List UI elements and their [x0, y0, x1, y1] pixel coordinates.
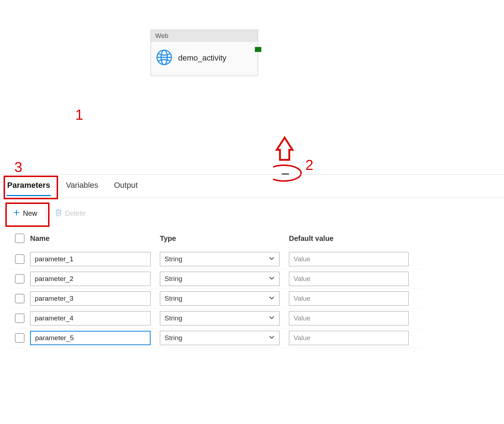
tab-parameters[interactable]: Parameters	[6, 178, 51, 196]
tab-output[interactable]: Output	[113, 178, 138, 196]
parameter-name-input[interactable]: parameter_2	[30, 272, 151, 286]
svg-rect-6	[56, 210, 61, 216]
table-row: parameter_1StringValue	[9, 249, 422, 269]
parameter-default-input[interactable]: Value	[289, 311, 409, 325]
activity-name: demo_activity	[178, 53, 227, 63]
activity-card-web[interactable]: Web demo_activity	[151, 30, 258, 76]
delete-button[interactable]: Delete	[53, 207, 88, 220]
table-row: parameter_5StringValue	[9, 328, 422, 348]
chevron-down-icon	[268, 295, 275, 303]
collapse-bar-icon	[282, 173, 289, 175]
tab-output-label: Output	[114, 181, 138, 190]
panel-tabs: Parameters Variables Output	[6, 178, 138, 196]
col-header-default: Default value	[289, 234, 418, 243]
new-button-label: New	[23, 209, 37, 218]
parameter-type-select[interactable]: String	[160, 331, 280, 345]
col-header-name: Name	[30, 234, 160, 243]
tabs-bottom-divider	[0, 197, 504, 197]
col-header-type: Type	[160, 234, 289, 243]
row-checkbox[interactable]	[15, 333, 24, 343]
trash-icon	[55, 209, 62, 218]
globe-icon	[156, 49, 172, 67]
parameter-name-input[interactable]: parameter_1	[30, 252, 151, 266]
tab-parameters-label: Parameters	[7, 181, 50, 190]
parameter-type-value: String	[165, 334, 182, 342]
parameters-table: Name Type Default value parameter_1Strin…	[9, 234, 422, 348]
activity-type-label: Web	[151, 30, 258, 42]
row-checkbox[interactable]	[15, 274, 24, 284]
row-checkbox[interactable]	[15, 254, 24, 264]
parameter-default-input[interactable]: Value	[289, 272, 409, 286]
annotation-arrow-2	[273, 136, 309, 179]
new-button[interactable]: New	[11, 208, 39, 219]
table-row: parameter_3StringValue	[9, 289, 422, 309]
parameter-type-select[interactable]: String	[160, 272, 280, 286]
activity-card-body: demo_activity	[151, 42, 258, 76]
parameter-default-input[interactable]: Value	[289, 291, 409, 306]
annotation-number-3: 3	[14, 159, 22, 175]
parameter-type-select[interactable]: String	[160, 291, 280, 306]
chevron-down-icon	[268, 314, 275, 323]
parameters-toolbar: New Delete	[11, 207, 88, 220]
chevron-down-icon	[268, 275, 275, 283]
annotation-number-2: 2	[305, 157, 313, 173]
toolbar-divider	[46, 208, 46, 219]
tab-variables-label: Variables	[66, 181, 98, 190]
pipeline-canvas[interactable]: Web demo_activity 1 2 3	[0, 0, 504, 175]
chevron-down-icon	[268, 334, 275, 342]
table-row: parameter_2StringValue	[9, 269, 422, 289]
parameter-type-value: String	[165, 295, 182, 302]
parameter-name-input[interactable]: parameter_3	[30, 291, 151, 306]
panel-collapse-handle[interactable]	[281, 171, 289, 176]
table-header-row: Name Type Default value	[9, 234, 422, 249]
tab-variables[interactable]: Variables	[65, 178, 99, 196]
table-row: parameter_4StringValue	[9, 309, 422, 328]
chevron-down-icon	[268, 255, 275, 263]
parameter-default-input[interactable]: Value	[289, 331, 409, 345]
delete-button-label: Delete	[65, 209, 86, 218]
parameter-type-select[interactable]: String	[160, 311, 280, 325]
plus-icon	[13, 209, 20, 218]
panel-top-divider	[0, 174, 504, 175]
parameter-name-input[interactable]: parameter_4	[30, 311, 151, 325]
row-checkbox[interactable]	[15, 294, 24, 303]
parameter-default-input[interactable]: Value	[289, 252, 409, 266]
select-all-checkbox[interactable]	[15, 234, 24, 243]
parameter-type-value: String	[165, 255, 182, 263]
activity-success-handle[interactable]	[255, 47, 261, 52]
parameter-type-select[interactable]: String	[160, 252, 280, 266]
row-checkbox[interactable]	[15, 314, 24, 323]
annotation-number-1: 1	[75, 107, 83, 123]
parameter-type-value: String	[165, 275, 182, 283]
parameter-type-value: String	[165, 314, 182, 322]
parameter-name-input[interactable]: parameter_5	[30, 331, 151, 345]
